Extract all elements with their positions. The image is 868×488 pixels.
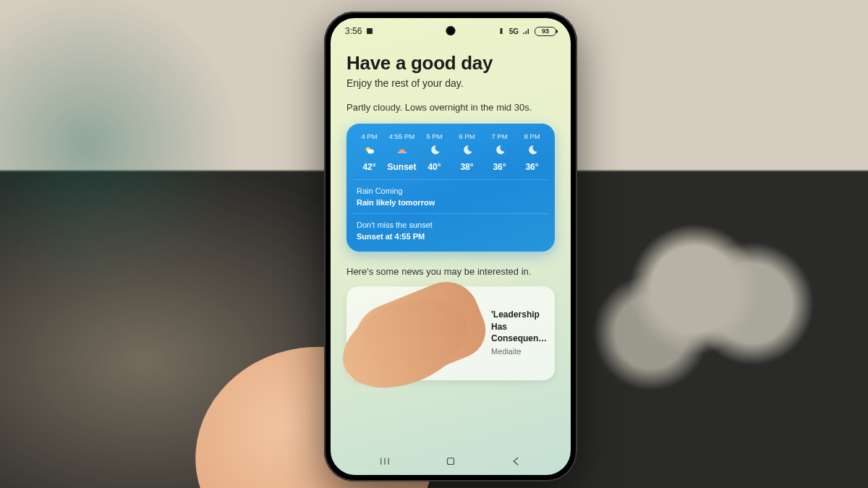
vibrate-icon [497, 27, 506, 35]
partly-sunny-icon [354, 143, 385, 158]
signal-icon [522, 27, 531, 35]
weather-alerts: Rain ComingRain likely tomorrowDon't mis… [354, 179, 548, 244]
weather-alert: Don't miss the sunsetSunset at 4:55 PM [354, 213, 548, 244]
news-thumbnail [344, 272, 494, 394]
phone-frame: 3:56 5G 93 Have a good day Enjoy the res… [324, 12, 577, 481]
svg-rect-0 [367, 28, 373, 34]
svg-rect-3 [447, 458, 454, 465]
hour-value: 42° [354, 162, 385, 172]
svg-point-2 [367, 149, 374, 153]
hour-value: 38° [451, 162, 482, 172]
hour-value: 36° [516, 162, 548, 172]
night-icon [484, 143, 515, 158]
news-title: 'Leadership Has Consequences': Kristi No… [491, 309, 548, 344]
hourly-forecast: 4 PM42°4:55 PMSunset5 PM40°6 PM38°7 PM36… [354, 132, 548, 173]
recents-button[interactable] [370, 455, 399, 468]
back-button[interactable] [502, 455, 531, 468]
battery-pill: 93 [535, 27, 556, 36]
notification-icon [365, 27, 374, 35]
news-lede: Here's some news you may be interested i… [346, 265, 555, 279]
weather-alert: Rain ComingRain likely tomorrow [354, 179, 548, 210]
alert-heading: Rain Coming [357, 186, 545, 197]
hour-value: 36° [484, 162, 515, 172]
hour-time: 4 PM [354, 132, 385, 140]
hour-cell: 7 PM36° [484, 132, 515, 173]
news-source: Mediaite [491, 346, 548, 357]
hour-time: 6 PM [451, 132, 482, 140]
alert-detail: Rain likely tomorrow [357, 197, 545, 209]
hour-time: 4:55 PM [386, 132, 417, 140]
hour-time: 7 PM [484, 132, 515, 140]
greeting-subtitle: Enjoy the rest of your day. [346, 77, 555, 89]
hour-cell: 5 PM40° [419, 132, 450, 173]
hour-time: 8 PM [516, 132, 548, 140]
hour-cell: 4 PM42° [354, 132, 385, 173]
weather-card[interactable]: 4 PM42°4:55 PMSunset5 PM40°6 PM38°7 PM36… [346, 124, 555, 252]
clock: 3:56 [345, 26, 362, 36]
night-icon [516, 143, 548, 158]
phone-screen[interactable]: 3:56 5G 93 Have a good day Enjoy the res… [331, 18, 571, 475]
hour-value: Sunset [386, 162, 417, 172]
news-card[interactable]: 'Leadership Has Consequences': Kristi No… [346, 286, 555, 380]
network-label: 5G [509, 27, 519, 35]
night-icon [451, 143, 482, 158]
hour-cell: 8 PM36° [516, 132, 548, 173]
android-nav-bar [331, 448, 571, 475]
sunset-icon [386, 143, 417, 158]
home-button[interactable] [436, 455, 465, 468]
hour-time: 5 PM [419, 132, 450, 140]
hour-cell: 6 PM38° [451, 132, 482, 173]
weather-summary: Partly cloudy. Lows overnight in the mid… [346, 100, 555, 115]
greeting-title: Have a good day [346, 52, 555, 74]
alert-heading: Don't miss the sunset [357, 220, 545, 231]
alert-detail: Sunset at 4:55 PM [357, 231, 545, 243]
brief-content[interactable]: Have a good day Enjoy the rest of your d… [331, 39, 571, 448]
front-camera [446, 26, 456, 35]
night-icon [419, 143, 450, 158]
hour-value: 40° [419, 162, 450, 172]
hour-cell: 4:55 PMSunset [386, 132, 417, 173]
